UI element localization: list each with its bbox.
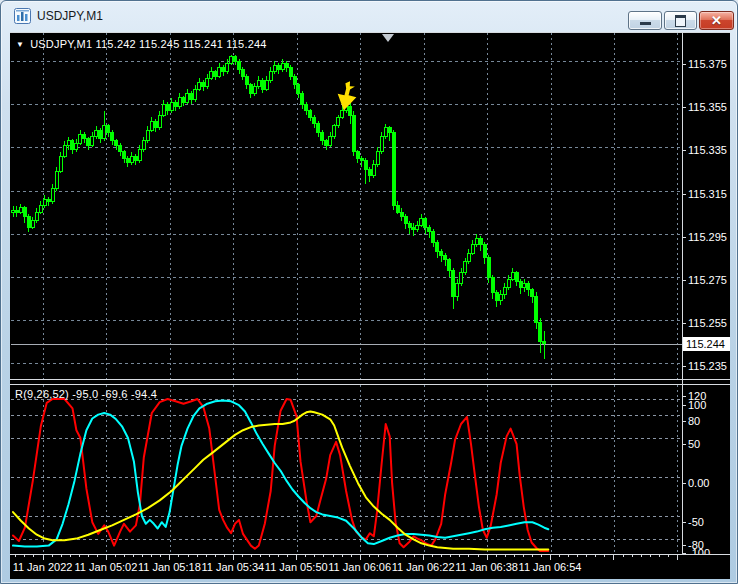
price-axis-label: 115.295 — [688, 231, 727, 243]
time-axis-label: 11 Jan 2022 — [13, 561, 73, 573]
time-axis-label: 11 Jan 06:22 — [392, 561, 455, 573]
time-axis-minor-tick — [586, 555, 587, 557]
time-axis-minor-tick — [595, 555, 596, 557]
time-axis-minor-tick — [70, 555, 71, 557]
time-axis-minor-tick — [33, 555, 34, 557]
chart-ohlc-header: ▼USDJPY,M1 115.242 115.245 115.241 115.2… — [16, 38, 267, 50]
time-axis-minor-tick — [342, 555, 343, 557]
price-axis-label: 115.235 — [688, 360, 727, 372]
restore-button[interactable] — [664, 11, 697, 30]
price-axis-tick — [682, 280, 686, 281]
time-axis-major-tick — [233, 555, 234, 560]
time-axis-minor-tick — [369, 555, 370, 557]
time-axis-label: 11 Jan 05:50 — [265, 561, 328, 573]
price-axis-tick — [682, 64, 686, 65]
oscillator-panel[interactable] — [11, 385, 682, 553]
candlestick-chart[interactable] — [11, 33, 682, 379]
time-axis-minor-tick — [478, 555, 479, 557]
time-axis-minor-tick — [97, 555, 98, 557]
panel-separator-top[interactable] — [10, 379, 730, 380]
time-axis-major-tick — [296, 555, 297, 560]
oscillator-label: R(9,26,52) -95.0 -69.6 -94.4 — [15, 388, 157, 400]
time-axis-minor-tick — [15, 555, 16, 557]
time-axis-minor-tick — [188, 555, 189, 557]
time-axis-minor-tick — [151, 555, 152, 557]
time-axis-minor-tick — [79, 555, 80, 557]
time-axis-minor-tick — [197, 555, 198, 557]
time-axis-minor-tick — [133, 555, 134, 557]
price-axis-tick — [682, 107, 686, 108]
time-axis-major-tick — [550, 555, 551, 560]
time-axis-minor-tick — [468, 555, 469, 557]
time-axis-minor-tick — [305, 555, 306, 557]
time-axis-minor-tick — [260, 555, 261, 557]
time-axis-major-tick — [677, 555, 678, 560]
minimize-icon — [640, 22, 651, 25]
time-axis-minor-tick — [523, 555, 524, 557]
minimize-button[interactable] — [628, 11, 662, 30]
time-axis-label: 11 Jan 05:34 — [201, 561, 264, 573]
time-axis-minor-tick — [668, 555, 669, 557]
time-axis-minor-tick — [160, 555, 161, 557]
time-axis-label: 11 Jan 06:06 — [328, 561, 391, 573]
time-axis-minor-tick — [287, 555, 288, 557]
price-axis-label: 115.335 — [688, 144, 727, 156]
time-axis-minor-tick — [441, 555, 442, 557]
time-axis-minor-tick — [333, 555, 334, 557]
time-axis-minor-tick — [251, 555, 252, 557]
time-axis-label: 11 Jan 05:02 — [75, 561, 138, 573]
time-axis-minor-tick — [405, 555, 406, 557]
time-axis-major-tick — [423, 555, 424, 560]
time-axis-minor-tick — [24, 555, 25, 557]
oscillator-series — [13, 412, 548, 550]
oscillator-axis-tick — [682, 545, 686, 546]
time-axis-minor-tick — [459, 555, 460, 557]
oscillator-axis-tick — [682, 444, 686, 445]
time-axis-major-tick — [360, 555, 361, 560]
oscillator-axis-tick — [682, 522, 686, 523]
time-axis-minor-tick — [351, 555, 352, 557]
chart-client: ▼USDJPY,M1 115.242 115.245 115.241 115.2… — [10, 32, 730, 578]
time-axis-minor-tick — [432, 555, 433, 557]
time-axis-label: 11 Jan 06:54 — [519, 561, 582, 573]
time-axis-major-tick — [43, 555, 44, 560]
time-axis[interactable]: 11 Jan 202211 Jan 05:0211 Jan 05:1811 Ja… — [10, 554, 730, 579]
time-axis-major-tick — [487, 555, 488, 560]
time-axis-minor-tick — [641, 555, 642, 557]
price-axis-label: 115.255 — [688, 317, 727, 329]
oscillator-axis-tick — [682, 396, 686, 397]
time-axis-minor-tick — [623, 555, 624, 557]
close-button[interactable]: ✕ — [699, 11, 734, 30]
time-axis-minor-tick — [224, 555, 225, 557]
time-axis-minor-tick — [115, 555, 116, 557]
price-axis-tick — [682, 150, 686, 151]
time-axis-minor-tick — [269, 555, 270, 557]
chart-ohlc-text: USDJPY,M1 115.242 115.245 115.241 115.24… — [30, 38, 267, 50]
time-axis-minor-tick — [206, 555, 207, 557]
time-axis-minor-tick — [124, 555, 125, 557]
time-axis-label: 11 Jan 06:38 — [455, 561, 518, 573]
price-axis-tick — [682, 194, 686, 195]
oscillator-series — [13, 399, 548, 551]
time-axis-minor-tick — [178, 555, 179, 557]
restore-icon — [675, 15, 686, 27]
current-price-tag: 115.244 — [683, 337, 730, 351]
oscillator-axis-label: -50 — [688, 516, 704, 528]
time-axis-minor-tick — [414, 555, 415, 557]
time-axis-label: 11 Jan 05:18 — [138, 561, 201, 573]
close-icon: ✕ — [711, 12, 722, 29]
symbol-dropdown-icon[interactable]: ▼ — [16, 40, 24, 49]
oscillator-axis-label: 80 — [688, 415, 700, 427]
time-axis-minor-tick — [61, 555, 62, 557]
oscillator-axis-label: 0.00 — [688, 477, 709, 489]
time-axis-major-tick — [169, 555, 170, 560]
time-axis-minor-tick — [88, 555, 89, 557]
time-axis-minor-tick — [577, 555, 578, 557]
time-axis-minor-tick — [505, 555, 506, 557]
chart-window: USDJPY,M1 ✕ ▼USDJPY,M1 115.242 115.245 1… — [0, 0, 738, 584]
time-axis-minor-tick — [632, 555, 633, 557]
title-bar[interactable]: USDJPY,M1 ✕ — [1, 1, 737, 32]
price-axis-tick — [682, 237, 686, 238]
time-axis-minor-tick — [52, 555, 53, 557]
time-axis-major-tick — [613, 555, 614, 560]
